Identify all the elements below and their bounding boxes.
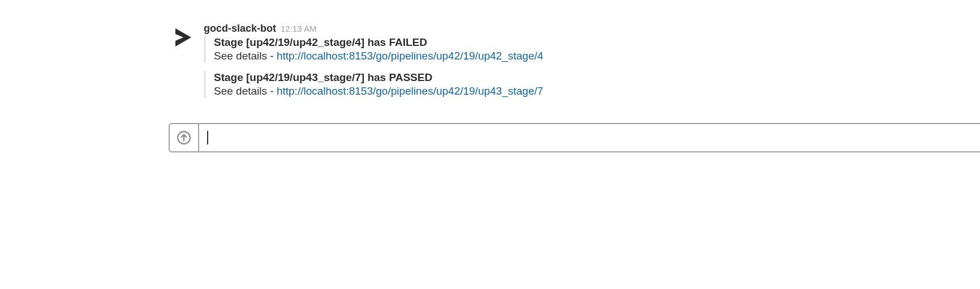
text-cursor xyxy=(207,131,208,144)
bot-avatar[interactable] xyxy=(170,24,197,51)
username[interactable]: gocd-slack-bot xyxy=(204,23,276,35)
stage-title-prefix: Stage [up42/19/up42_stage/4] has xyxy=(214,36,389,48)
gocd-logo-icon xyxy=(170,24,197,51)
attachment-title: Stage [up42/19/up42_stage/4] has FAILED xyxy=(214,36,980,49)
stage-status: FAILED xyxy=(389,36,427,48)
detail-prefix: See details - xyxy=(214,50,277,62)
attachment-title: Stage [up42/19/up43_stage/7] has PASSED xyxy=(214,71,980,84)
upload-arrow-icon xyxy=(177,130,191,145)
message-input-area xyxy=(169,123,980,152)
stage-title-prefix: Stage [up42/19/up43_stage/7] has xyxy=(214,71,389,83)
attachment-detail: See details - http://localhost:8153/go/p… xyxy=(214,85,980,97)
detail-link[interactable]: http://localhost:8153/go/pipelines/up42/… xyxy=(277,50,543,62)
upload-button[interactable] xyxy=(170,124,199,151)
slack-message: gocd-slack-bot 12:13 AM Stage [up42/19/u… xyxy=(170,23,980,106)
message-content: gocd-slack-bot 12:13 AM Stage [up42/19/u… xyxy=(204,23,980,106)
detail-prefix: See details - xyxy=(214,85,277,97)
attachment-detail: See details - http://localhost:8153/go/p… xyxy=(214,50,980,62)
message-input[interactable] xyxy=(199,124,980,151)
attachment: Stage [up42/19/up42_stage/4] has FAILED … xyxy=(204,36,980,63)
stage-status: PASSED xyxy=(389,71,432,83)
timestamp[interactable]: 12:13 AM xyxy=(281,24,316,33)
message-header: gocd-slack-bot 12:13 AM xyxy=(204,23,980,35)
detail-link[interactable]: http://localhost:8153/go/pipelines/up42/… xyxy=(277,85,543,97)
attachment: Stage [up42/19/up43_stage/7] has PASSED … xyxy=(204,71,980,98)
